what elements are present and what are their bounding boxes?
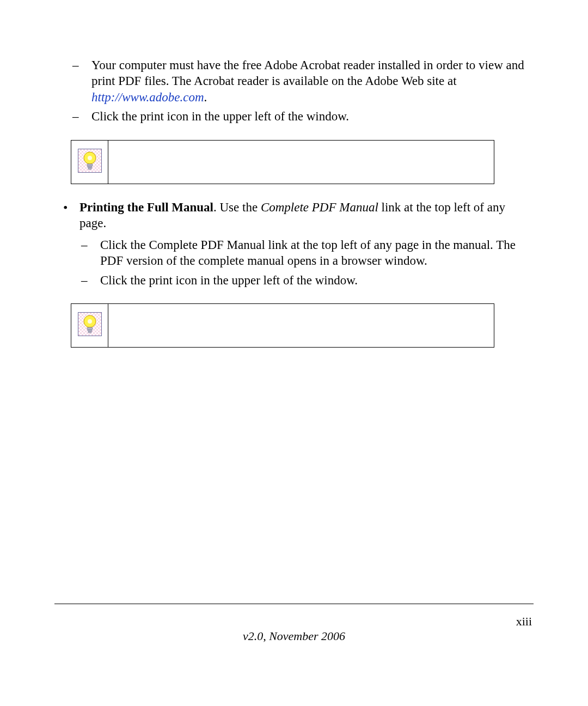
svg-rect-3 <box>88 166 92 168</box>
tip-text-cell <box>108 303 494 347</box>
body-text: Click the Complete PDF Manual link at th… <box>100 238 516 267</box>
page-number: xiii <box>516 614 532 629</box>
tip-lightbulb-icon <box>78 149 102 173</box>
footer-rule <box>54 604 534 604</box>
bullet-list: Printing the Full Manual. Use the Comple… <box>54 199 534 288</box>
svg-rect-9 <box>88 331 91 333</box>
body-text: Click the print icon in the upper left o… <box>100 273 358 287</box>
tip-icon-cell <box>71 303 108 347</box>
list-item: Click the print icon in the upper left o… <box>91 108 534 124</box>
tip-lightbulb-icon <box>78 312 102 336</box>
footer-version: v2.0, November 2006 <box>0 629 588 643</box>
body-text: . Use the <box>213 200 261 214</box>
svg-point-1 <box>88 156 92 160</box>
svg-rect-8 <box>88 330 92 331</box>
sub-list-2: Click the Complete PDF Manual link at th… <box>79 237 534 288</box>
tip-box-2 <box>71 303 494 348</box>
body-text: Your computer must have the free Adobe A… <box>91 58 524 88</box>
list-item: Printing the Full Manual. Use the Comple… <box>71 199 534 288</box>
sub-list-1: Your computer must have the free Adobe A… <box>54 57 534 125</box>
italic-term: Complete PDF Manual <box>261 200 378 214</box>
adobe-link[interactable]: http://www.adobe.com <box>91 90 204 104</box>
body-text: Click the print icon in the upper left o… <box>91 109 349 123</box>
tip-text-cell <box>108 140 494 184</box>
bullet-heading: Printing the Full Manual <box>79 200 213 214</box>
tip-box-1 <box>71 140 494 184</box>
tip-icon-cell <box>71 140 108 184</box>
body-text: . <box>204 90 207 104</box>
svg-rect-7 <box>87 327 93 330</box>
svg-rect-2 <box>87 164 93 166</box>
list-item: Click the Complete PDF Manual link at th… <box>100 237 534 269</box>
list-item: Your computer must have the free Adobe A… <box>91 57 534 105</box>
document-page: Your computer must have the free Adobe A… <box>0 0 588 706</box>
list-item: Click the print icon in the upper left o… <box>100 272 534 288</box>
body-content: Your computer must have the free Adobe A… <box>54 57 534 348</box>
svg-point-6 <box>88 319 92 324</box>
svg-rect-4 <box>88 168 91 169</box>
